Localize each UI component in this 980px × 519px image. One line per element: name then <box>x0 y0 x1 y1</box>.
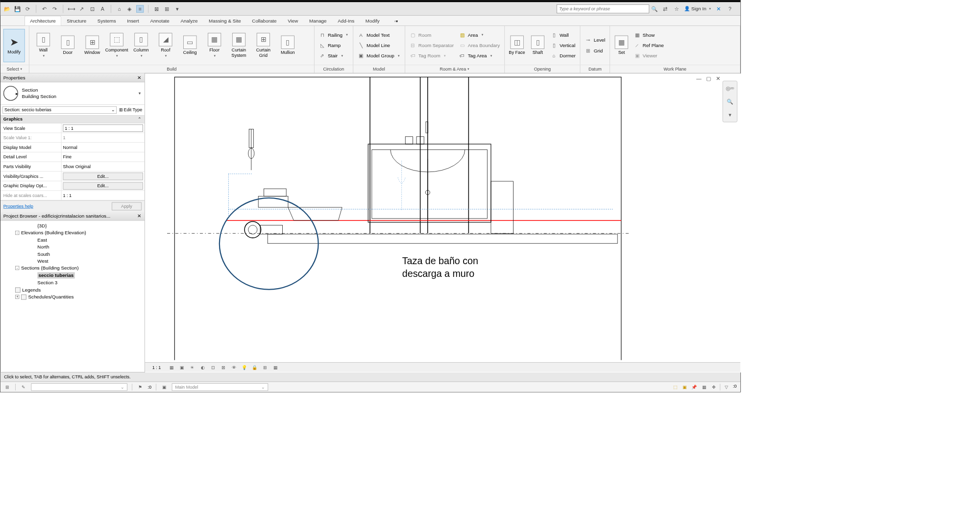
tree-item[interactable]: South <box>0 250 145 257</box>
align-icon[interactable]: ⊡ <box>89 5 96 12</box>
prop-edit-button[interactable]: Edit... <box>63 173 143 180</box>
view-scale-button[interactable]: 1 : 1 <box>148 365 165 370</box>
railing-button[interactable]: ⊓Railing▼ <box>318 30 350 40</box>
zoom-icon[interactable]: 🔍 <box>725 97 735 106</box>
tag-room-button[interactable]: 🏷Tag Room▼ <box>408 50 455 61</box>
tab-structure[interactable]: Structure <box>61 16 92 25</box>
ref-plane-button[interactable]: ⟋Ref Plane <box>632 40 665 50</box>
model-line-button[interactable]: ╲Model Line <box>356 40 402 50</box>
editing-requests-icon[interactable]: ⚑ <box>137 384 144 391</box>
close-properties-button[interactable]: ✕ <box>137 75 141 80</box>
wall-opening-button[interactable]: ▯Wall <box>549 30 577 40</box>
tab-massing-site[interactable]: Massing & Site <box>203 16 246 25</box>
edit-type-button[interactable]: ⊞Edit Type <box>119 107 142 113</box>
component-button[interactable]: ⬚Component▼ <box>105 29 127 62</box>
analytical-icon[interactable]: ⊞ <box>262 364 269 371</box>
exchange-apps-icon[interactable]: ✕ <box>715 5 722 12</box>
prop-value[interactable]: Show Original <box>61 162 144 171</box>
tree-item[interactable]: North <box>0 244 145 250</box>
tab-view[interactable]: View <box>282 16 304 25</box>
door-button[interactable]: ▯Door <box>57 29 79 62</box>
favorite-icon[interactable]: ☆ <box>673 5 680 12</box>
prop-value[interactable]: Fine <box>61 152 144 162</box>
ribbon-minimize-icon[interactable]: ▫▾ <box>392 17 400 25</box>
exchange-icon[interactable]: ⇄ <box>662 5 669 12</box>
set-workplane-button[interactable]: ▦Set <box>613 29 630 62</box>
detail-level-icon[interactable]: ▦ <box>168 364 175 371</box>
sun-path-icon[interactable]: ☀ <box>189 364 196 371</box>
design-options-icon[interactable]: ▣ <box>161 384 168 391</box>
tree-item[interactable]: {3D} <box>0 222 145 229</box>
properties-help-link[interactable]: Properties help <box>3 204 33 209</box>
select-links-icon[interactable]: ⬚ <box>672 384 679 391</box>
model-group-button[interactable]: ▣Model Group▼ <box>356 50 402 61</box>
prop-edit-button[interactable]: Edit... <box>63 182 143 189</box>
tag-area-button[interactable]: 🏷Tag Area▼ <box>458 50 502 61</box>
tree-toggle-icon[interactable]: - <box>15 266 19 270</box>
help-icon[interactable]: ? <box>726 5 734 12</box>
tree-item[interactable]: Legends <box>0 286 145 293</box>
roof-button[interactable]: ◢Roof▼ <box>154 29 176 62</box>
visual-style-icon[interactable]: ▣ <box>179 364 186 371</box>
model-text-button[interactable]: AModel Text <box>356 30 402 40</box>
hide-isolate-icon[interactable]: 👁 <box>230 364 237 371</box>
text-icon[interactable]: A <box>99 5 106 12</box>
binoculars-icon[interactable]: 🔍 <box>651 5 658 12</box>
design-option-dropdown[interactable]: Main Model⌄ <box>172 383 269 391</box>
curtain-system-button[interactable]: ▦Curtain System <box>228 29 250 62</box>
measure-icon[interactable]: ⟷ <box>68 5 75 12</box>
sync-icon[interactable]: ⟳ <box>24 5 31 12</box>
steering-wheel-icon[interactable]: ◎2D <box>725 83 735 93</box>
prop-value[interactable]: Normal <box>61 143 144 152</box>
prop-value[interactable] <box>61 124 144 133</box>
crop-view-icon[interactable]: ⊡ <box>210 364 217 371</box>
tab-systems[interactable]: Systems <box>92 16 122 25</box>
shadows-icon[interactable]: ◐ <box>199 364 206 371</box>
shaft-button[interactable]: ▯Shaft <box>528 29 547 62</box>
tab-annotate[interactable]: Annotate <box>145 16 175 25</box>
tree-toggle-icon[interactable]: - <box>15 231 19 235</box>
constraints-icon[interactable]: 🔒 <box>251 364 258 371</box>
byface-button[interactable]: ◫By Face <box>508 29 526 62</box>
apply-button[interactable]: Apply <box>112 202 141 211</box>
tree-item[interactable]: Section 3 <box>0 279 145 286</box>
prop-value[interactable]: 1 <box>61 133 144 142</box>
select-underlay-icon[interactable]: ▣ <box>682 384 688 391</box>
type-selector[interactable]: Section Building Section ▼ <box>0 82 145 105</box>
section-icon[interactable]: ◈ <box>126 5 133 12</box>
nav-expand-icon[interactable]: ▾ <box>725 110 735 120</box>
tab-collaborate[interactable]: Collaborate <box>246 16 282 25</box>
customize-icon[interactable]: ▾ <box>173 5 181 12</box>
highlight-icon[interactable]: ▦ <box>272 364 279 371</box>
reveal-hidden-icon[interactable]: 💡 <box>241 364 248 371</box>
tree-item[interactable]: seccio tuberias <box>0 272 145 279</box>
prop-value[interactable]: Edit... <box>61 181 144 191</box>
show-workplane-button[interactable]: ▦Show <box>632 30 665 40</box>
ramp-button[interactable]: ◺Ramp <box>318 40 350 50</box>
tree-item[interactable]: -Elevations (Building Elevation) <box>0 229 145 236</box>
mullion-button[interactable]: ▯Mullion <box>277 29 299 62</box>
ceiling-button[interactable]: ▭Ceiling <box>179 29 201 62</box>
tree-item[interactable]: East <box>0 236 145 243</box>
minimize-view-icon[interactable]: — <box>695 75 703 82</box>
save-icon[interactable]: 💾 <box>14 5 21 12</box>
tree-item[interactable]: +Schedules/Quantities <box>0 294 145 300</box>
stair-button[interactable]: ⇗Stair▼ <box>318 50 350 61</box>
prop-input[interactable] <box>63 124 143 132</box>
crop-region-icon[interactable]: ⊠ <box>220 364 227 371</box>
editable-only-icon[interactable]: ✎ <box>20 384 27 391</box>
tree-item[interactable]: -Sections (Building Section) <box>0 265 145 272</box>
filter-icon[interactable]: ▽ <box>723 384 730 391</box>
prop-value[interactable]: Edit... <box>61 172 144 181</box>
open-icon[interactable]: 📂 <box>3 5 11 12</box>
redo-icon[interactable]: ↷ <box>51 5 58 12</box>
close-browser-button[interactable]: ✕ <box>137 213 141 219</box>
drag-elements-icon[interactable]: ✥ <box>710 384 717 391</box>
prop-value[interactable]: 1 : 1 <box>61 191 144 200</box>
tab-insert[interactable]: Insert <box>122 16 145 25</box>
undo-icon[interactable]: ↶ <box>41 5 48 12</box>
window-button[interactable]: ⊞Window <box>81 29 103 62</box>
floor-button[interactable]: ▦Floor▼ <box>203 29 225 62</box>
select-face-icon[interactable]: ▦ <box>701 384 708 391</box>
3d-icon[interactable]: ⌂ <box>116 5 123 12</box>
